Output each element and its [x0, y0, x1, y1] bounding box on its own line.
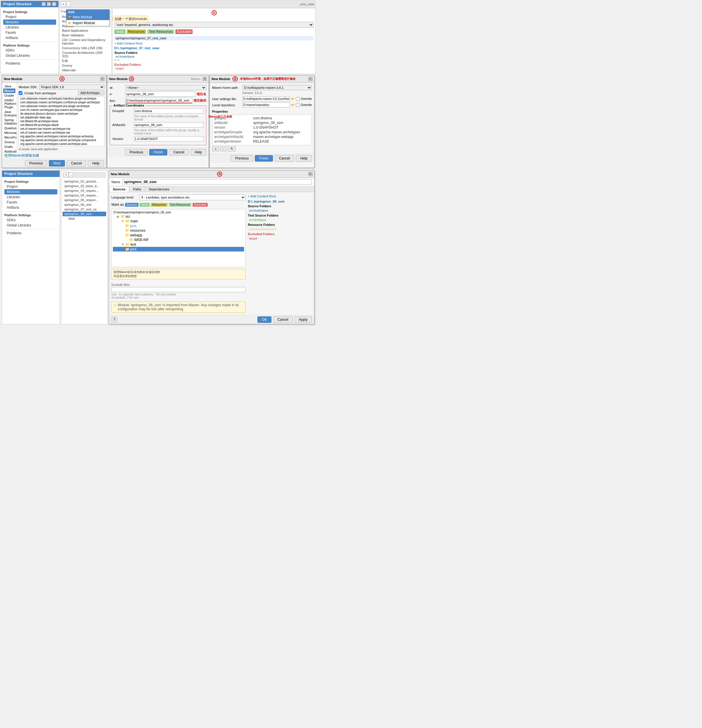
module-list-item[interactable]: springmvc_04_reques...: [62, 193, 106, 198]
dialog2-prev-btn[interactable]: Previous: [25, 160, 48, 166]
ps2-facets[interactable]: Facets: [4, 200, 57, 205]
framework-item[interactable]: Bean Validation: [61, 33, 110, 38]
archetype-row[interactable]: com.atlassian.maven.archetypes:bamboo-pl…: [19, 97, 104, 100]
local-repo-browse[interactable]: 📂: [291, 103, 295, 107]
dialog4-prev-btn[interactable]: Previous: [231, 155, 253, 162]
framework-item[interactable]: EJB: [61, 59, 110, 63]
ok-btn-5[interactable]: OK: [258, 316, 271, 323]
dialog3-cancel-btn[interactable]: Cancel: [169, 149, 189, 155]
user-settings-override[interactable]: [296, 97, 300, 101]
tests-badge[interactable]: Tests: [114, 29, 125, 34]
ps2-libraries[interactable]: Libraries: [4, 195, 57, 200]
tech-micronaut[interactable]: Micronaut: [3, 130, 16, 135]
dialog3-close[interactable]: ✕: [203, 77, 207, 81]
dialog4-close[interactable]: ✕: [308, 77, 313, 81]
dialog4-cancel-btn[interactable]: Cancel: [275, 155, 294, 162]
resources-badge[interactable]: Resources: [127, 29, 146, 34]
dialog2-cancel-btn[interactable]: Cancel: [66, 160, 86, 166]
archetype-row[interactable]: org.apache.camel.archetypes:camel-archet…: [19, 142, 104, 146]
tech-grails[interactable]: Grails: [3, 144, 16, 149]
framework-item[interactable]: Hibernate: [61, 68, 110, 72]
dialog3-help-btn[interactable]: Help: [190, 149, 206, 155]
tech-appforge[interactable]: Application Forge: [3, 149, 16, 153]
dialog3-finish-btn[interactable]: Finish: [149, 149, 167, 155]
module-list-item[interactable]: springmvc_01_quickst...: [62, 179, 106, 184]
ps2-problems[interactable]: Problems: [4, 231, 57, 236]
module-list-item[interactable]: springmvc_02_bean_b...: [62, 184, 106, 188]
archetype-row[interactable]: com.rfc.maven.archetypes:jpa-maven-arche…: [19, 108, 104, 112]
excluded-badge[interactable]: Excluded: [176, 29, 193, 34]
maven-home-select[interactable]: D:/soft/apache-maven-3.6.1: [242, 85, 312, 90]
local-repo-input[interactable]: [242, 103, 290, 107]
ps2-artifacts[interactable]: Artifacts: [4, 205, 57, 210]
tech-intellij[interactable]: IntelliJ Platform Plugin: [3, 98, 16, 110]
tion-input[interactable]: [125, 98, 192, 103]
ps-item-facets[interactable]: Facets: [3, 30, 56, 35]
ps-item-sdks[interactable]: SDKs: [3, 48, 56, 53]
groupid-input[interactable]: [134, 108, 204, 114]
tech-microprofile[interactable]: MicroProfile: [3, 135, 16, 140]
tab-sources[interactable]: Sources: [109, 186, 129, 192]
testres-badge-5[interactable]: Test Resources: [169, 203, 192, 207]
local-repo-override[interactable]: [296, 103, 300, 107]
import-module-item[interactable]: 📂 Import Module: [66, 20, 110, 26]
ps2-modules[interactable]: Modules: [4, 189, 57, 195]
module-list-item[interactable]: springmvc_06_rest: [62, 202, 106, 207]
dialog4-finish-btn[interactable]: Finish: [255, 155, 273, 162]
sdk-select-2[interactable]: Project SDK 1.8: [39, 84, 104, 90]
artifactid-input[interactable]: [134, 122, 204, 127]
tab-dependencies[interactable]: Dependencies: [145, 186, 173, 192]
create-archetype-checkbox[interactable]: [19, 91, 22, 95]
archetype-row[interactable]: com.atlassian.maven.archetypes:confluenc…: [19, 100, 104, 104]
dialog2-next-btn[interactable]: Next: [49, 160, 65, 166]
maximize-btn-1[interactable]: □: [47, 2, 51, 6]
framework-item[interactable]: Groovy: [61, 63, 110, 68]
add-content-root-5[interactable]: + Add Content Root: [248, 195, 312, 198]
tech-spring[interactable]: Spring Initializer: [3, 118, 16, 126]
sources-badge-5[interactable]: Sources: [125, 203, 139, 207]
archetype-row[interactable]: de.akquinet.jbosscc:jbosscc-seam-archety…: [19, 112, 104, 116]
dialog3-prev-btn[interactable]: Previous: [125, 149, 147, 155]
at-select[interactable]: <None>: [125, 85, 206, 90]
excluded-badge-5[interactable]: Excluded: [193, 203, 208, 207]
module-list-item[interactable]: springmvc_07_rest_ca: [62, 207, 106, 212]
tech-maven[interactable]: Maven: [3, 88, 16, 93]
exclude-files-input[interactable]: [111, 287, 245, 292]
framework-item[interactable]: Batch Applications: [61, 28, 110, 33]
ps-item-global-lib[interactable]: Global Libraries: [3, 53, 56, 58]
tech-groovy[interactable]: Groovy: [3, 140, 16, 144]
archetype-row[interactable]: net.liftweb:lift-archetype-blank: [19, 123, 104, 127]
dialog4-help-btn[interactable]: Help: [296, 155, 312, 162]
module-list-item[interactable]: springmvc_03_reques...: [62, 188, 106, 193]
ps-item-artifacts[interactable]: Artifacts: [3, 35, 56, 40]
archetype-row[interactable]: net.sf.maven-sar:maven-archetype-sar: [19, 131, 104, 134]
version-input[interactable]: [134, 136, 204, 142]
ps-item-libraries[interactable]: Libraries: [3, 25, 56, 30]
archetype-row[interactable]: org.apache.camel.archetypes:camel-archet…: [19, 146, 104, 146]
tech-quarkus[interactable]: Quarkus: [3, 126, 16, 130]
ps2-project[interactable]: Project: [4, 184, 57, 189]
e-input[interactable]: [125, 91, 196, 97]
remove-btn-1[interactable]: -: [66, 1, 71, 7]
add-archetype-btn[interactable]: Add Archetype...: [78, 91, 104, 95]
archetype-row[interactable]: org.apache.camel.archetypes:camel-archet…: [19, 134, 104, 138]
archetype-row[interactable]: org.apache.camel.archetypes:camel-archet…: [19, 138, 104, 142]
resources-badge-5[interactable]: Resources: [151, 203, 167, 207]
archetype-row[interactable]: net.liftweb:lift-archetype-basic: [19, 119, 104, 123]
mod-remove-btn[interactable]: -: [69, 172, 73, 177]
framework-item[interactable]: Connector Architecture (JSR 322): [61, 51, 110, 59]
ps-item-problems[interactable]: Problems: [3, 61, 56, 66]
tech-gradle[interactable]: Gradle: [3, 93, 16, 98]
framework-item[interactable]: CDI: Context and Dependency Injection: [61, 38, 110, 46]
dialog2-close[interactable]: ✕: [100, 77, 104, 81]
ps-item-modules[interactable]: Modules: [3, 20, 56, 25]
dialog5-close[interactable]: ✕: [308, 172, 313, 176]
lang-level-select[interactable]: 8 - Lambdas, type annotations etc.: [139, 195, 245, 200]
test-resources-badge[interactable]: Test Resources: [147, 29, 174, 34]
ps2-sdks[interactable]: SDKs: [4, 217, 57, 223]
ps-item-project[interactable]: Project: [3, 14, 56, 20]
archetype-row[interactable]: net.databinder:data-app: [19, 116, 104, 119]
module-list-item[interactable]: Web: [62, 216, 106, 221]
dialog2-help-btn[interactable]: Help: [88, 160, 104, 166]
tech-java[interactable]: Java: [3, 84, 16, 88]
